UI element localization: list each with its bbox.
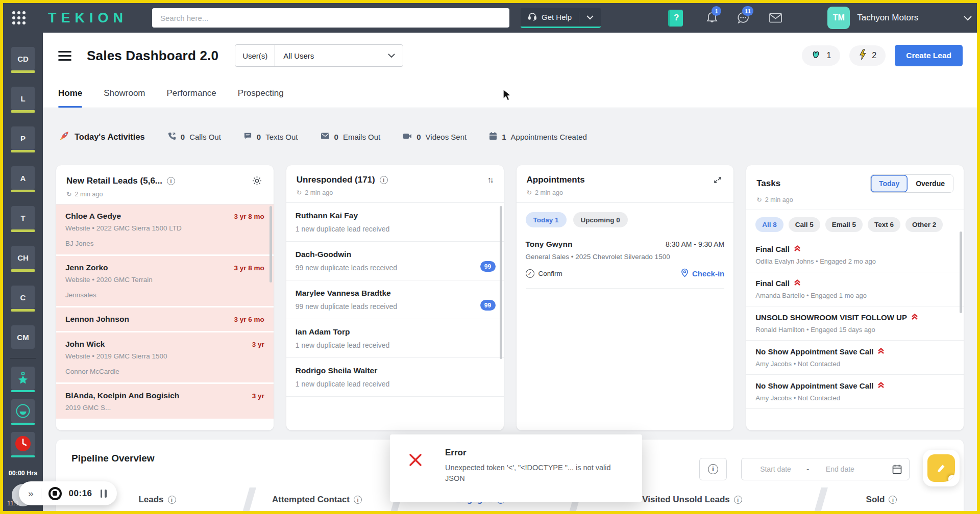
tab-showroom[interactable]: Showroom: [104, 79, 145, 108]
confirm-button[interactable]: ✓ Confirm: [526, 269, 562, 278]
list-item[interactable]: Lennon Johnson3 yr 6 mo: [56, 307, 274, 331]
card-title: Unresponded (171) i: [297, 175, 388, 185]
sidebar-item-c[interactable]: C: [11, 286, 35, 309]
scrollbar[interactable]: [500, 206, 502, 359]
sidebar-item-cd[interactable]: CD: [11, 47, 35, 70]
get-help-button[interactable]: Get Help: [521, 8, 601, 28]
account-avatar: TM: [827, 7, 850, 29]
end-date-input[interactable]: [813, 465, 867, 473]
notifications-badge: 1: [712, 6, 721, 16]
handshake-counter[interactable]: 1: [802, 45, 840, 66]
location-pin-icon: [681, 268, 689, 279]
recording-timer: 00:16: [69, 489, 92, 499]
rocket-icon: [59, 131, 69, 143]
list-item[interactable]: BlAnda, Koelpin And Bogisich3 yr 2019 GM…: [56, 384, 274, 419]
mail-icon[interactable]: [769, 12, 782, 23]
check-in-button[interactable]: Check-in: [681, 268, 724, 279]
stage-sold[interactable]: Soldi: [815, 495, 948, 505]
chevron-down-icon: [963, 15, 972, 21]
hamburger-menu-icon[interactable]: [58, 51, 71, 61]
stage-attempted-contact[interactable]: Attempted Contacti: [243, 495, 391, 505]
tasks-today-toggle[interactable]: Today: [871, 175, 908, 192]
date-range-picker[interactable]: -: [741, 458, 910, 480]
task-filters: All 8 Call 5 Email 5 Text 6 Other 2: [746, 210, 964, 238]
date-range-separator: -: [806, 465, 809, 474]
upcoming-filter-pill[interactable]: Upcoming 0: [573, 212, 628, 227]
filter-all[interactable]: All 8: [755, 217, 783, 232]
user-filter-dropdown[interactable]: User(s) All Users: [235, 44, 403, 67]
list-item[interactable]: Marylee Vannesa Bradtke 99 new duplicate…: [286, 280, 504, 319]
list-item[interactable]: Final Call Odilia Evalyn Johns • Engaged…: [746, 238, 964, 272]
list-item[interactable]: Ruthann Kai Fay 1 new duplicate lead rec…: [286, 203, 504, 242]
text-bubble-icon: [243, 132, 252, 142]
sidebar-item-t[interactable]: T: [11, 206, 35, 229]
list-item[interactable]: No Show Appointment Save Call Amy Jacobs…: [746, 341, 964, 375]
showroom-greeter-icon[interactable]: [11, 367, 35, 390]
pause-recording-button[interactable]: [100, 489, 108, 499]
list-item[interactable]: No Show Appointment Save Call Amy Jacobs…: [746, 375, 964, 409]
error-x-icon: [407, 452, 424, 502]
list-item[interactable]: Dach-Goodwin 99 new duplicate leads rece…: [286, 242, 504, 280]
filter-email[interactable]: Email 5: [825, 217, 863, 232]
tasks-list: Final Call Odilia Evalyn Johns • Engaged…: [746, 238, 964, 430]
notifications-bell-icon[interactable]: 1: [705, 11, 719, 25]
search-input[interactable]: [152, 8, 509, 28]
start-date-input[interactable]: [749, 465, 802, 473]
scrollbar[interactable]: [270, 206, 272, 282]
list-item[interactable]: Rodrigo Sheila Walter 1 new duplicate le…: [286, 358, 504, 397]
new-retail-leads-card: New Retail Leads (5,6... i ↻2 min ago: [56, 165, 274, 430]
gauge-meter-icon[interactable]: [11, 399, 35, 423]
list-item[interactable]: Jenn Zorko3 yr 8 mo Website • 2020 GMC T…: [56, 256, 274, 306]
messages-badge: 11: [742, 6, 753, 16]
sidebar-item-ch[interactable]: CH: [11, 246, 35, 269]
account-menu[interactable]: TM Tachyon Motors: [827, 7, 972, 29]
info-icon[interactable]: i: [380, 176, 388, 184]
error-message: Unexpected token '<', "<!DOCTYPE "... is…: [445, 462, 619, 484]
quick-note-fab[interactable]: [927, 454, 955, 482]
card-title: Tasks: [756, 178, 780, 189]
bolt-counter[interactable]: 2: [849, 45, 886, 66]
expand-icon[interactable]: [712, 174, 723, 186]
screen-share-frame: TEKION Get Help ? 1 11 TM Tachyon Motors: [0, 0, 980, 514]
chevron-down-icon[interactable]: [579, 15, 601, 20]
today-filter-pill[interactable]: Today 1: [526, 212, 567, 227]
tab-home[interactable]: Home: [58, 79, 82, 108]
tab-performance[interactable]: Performance: [167, 79, 216, 108]
pipeline-info-button[interactable]: i: [699, 458, 727, 480]
sidebar-item-p[interactable]: P: [11, 126, 35, 150]
collapse-chevrons-icon[interactable]: »: [28, 489, 34, 498]
tasks-overdue-toggle[interactable]: Overdue: [908, 175, 953, 192]
help-guide-icon[interactable]: ?: [668, 10, 683, 27]
create-lead-button[interactable]: Create Lead: [895, 45, 963, 66]
filter-call[interactable]: Call 5: [789, 217, 820, 232]
appointment-item[interactable]: Tony Gwynn 8:30 AM - 9:30 AM General Sal…: [526, 240, 725, 289]
sidebar-item-cm[interactable]: CM: [11, 325, 35, 349]
sidebar-item-l[interactable]: L: [11, 87, 35, 110]
list-item[interactable]: UNSOLD SHOWROOM VISIT FOLLOW UP Ronald H…: [746, 306, 964, 341]
list-item[interactable]: Final Call Amanda Bartello • Engaged 1 m…: [746, 272, 964, 306]
filter-text[interactable]: Text 6: [868, 217, 900, 232]
sort-icon[interactable]: ↑↓: [486, 174, 494, 186]
duplicate-count-badge: 99: [480, 300, 496, 311]
filter-other[interactable]: Other 2: [905, 217, 943, 232]
gear-icon[interactable]: [251, 174, 263, 187]
list-item[interactable]: Chloe A Gedye3 yr 8 mo Website • 2022 GM…: [56, 204, 274, 254]
scrollbar[interactable]: [960, 232, 962, 313]
user-filter-label: User(s): [235, 45, 275, 66]
calendar-icon: [489, 132, 497, 142]
activities-title: Today's Activities: [75, 132, 145, 142]
list-item[interactable]: Ian Adam Torp 1 new duplicate lead recei…: [286, 319, 504, 358]
info-icon[interactable]: i: [167, 177, 175, 185]
time-clock-icon[interactable]: [11, 432, 35, 455]
messages-icon[interactable]: 11: [736, 11, 750, 25]
apps-grid-icon[interactable]: [12, 11, 26, 24]
tab-prospecting[interactable]: Prospecting: [238, 79, 284, 108]
list-item[interactable]: John Wick3 yr Website • 2019 GMC Sierra …: [56, 332, 274, 382]
sidebar-item-a[interactable]: A: [11, 166, 35, 190]
dashboard-tabs: Home Showroom Performance Prospecting: [43, 79, 977, 108]
activity-videos-sent: 0Videos Sent: [403, 133, 467, 141]
info-icon: i: [734, 496, 742, 504]
calendar-icon: [892, 464, 902, 474]
stop-recording-button[interactable]: [48, 487, 62, 500]
video-camera-icon: [403, 133, 412, 141]
